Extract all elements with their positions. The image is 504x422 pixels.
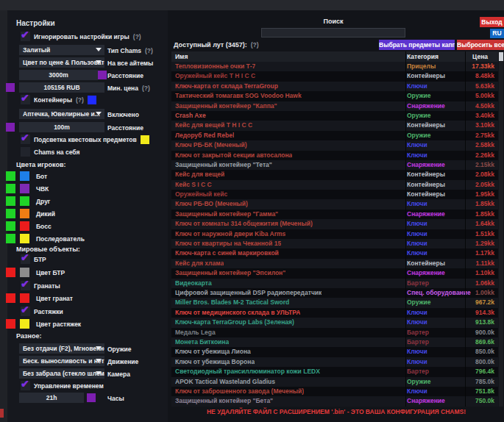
ignore-game-settings-checkbox[interactable] — [21, 32, 30, 41]
table-row[interactable]: Ключ от убежища Ворона Ключи 800.0k — [171, 357, 498, 367]
column-header-name[interactable]: Имя — [175, 51, 188, 62]
color-swatch[interactable] — [20, 196, 29, 206]
help-icon[interactable]: (?) — [142, 85, 150, 92]
item-name: Кейс для хлама — [175, 259, 224, 268]
help-icon[interactable]: (?) — [133, 33, 141, 40]
table-row[interactable]: Ключ РБ-ВО (Меченый) Ключи 1.85kk — [171, 199, 498, 209]
color-swatch[interactable] — [20, 268, 29, 277]
table-row[interactable]: Монета Биткоина Бартер 869.6k — [171, 337, 498, 347]
color-swatch[interactable] — [6, 196, 15, 206]
table-row[interactable]: Ледоруб Red Rebel Оружие 2.75kk — [171, 131, 498, 140]
color-swatch[interactable] — [6, 319, 15, 329]
table-row[interactable]: Miller Bros. Blades M-2 Tactical Sword О… — [171, 298, 498, 307]
scrollbar-thumb[interactable] — [499, 52, 503, 61]
color-swatch[interactable] — [6, 171, 15, 181]
all-items-value: Цвет по цене & Пользователь — [23, 59, 104, 66]
table-row[interactable]: Ключ-карта от склада TerraGroup Ключи 5.… — [171, 82, 498, 91]
table-row[interactable]: Ключ от закрытой секции автосалона Ключи… — [171, 151, 498, 160]
exit-button[interactable]: Выход — [480, 17, 504, 27]
color-swatch[interactable] — [6, 221, 15, 231]
hours-color-swatch[interactable] — [87, 393, 96, 402]
color-swatch[interactable] — [6, 293, 15, 303]
chams-self-label: Chams на себя — [34, 149, 79, 156]
min-price-input[interactable]: 105156 RUB — [19, 82, 104, 93]
item-name: APOK Tactical Wasteland Gladius — [175, 377, 275, 387]
help-icon[interactable]: (?) — [76, 96, 84, 104]
quest-highlight-color-swatch[interactable] — [141, 135, 149, 144]
table-row[interactable]: Кейс S I C C Контейнеры 2.05kk — [171, 180, 498, 190]
table-row[interactable]: APOK Tactical Wasteland Gladius Оружие 7… — [171, 377, 498, 387]
containers-color-swatch[interactable] — [88, 96, 96, 104]
distance-color-swatch[interactable] — [98, 71, 107, 79]
table-row[interactable]: Ключ от медицинского склада в УЛЬТРА Клю… — [171, 308, 498, 318]
table-row[interactable]: Защищенный контейнер "Гамма" Снаряжение … — [171, 210, 498, 219]
loot-distance-input[interactable]: 100m — [19, 122, 104, 132]
table-row[interactable]: Тактический томагавк SOG Voodoo Hawk Ору… — [171, 91, 498, 101]
help-icon[interactable]: (?) — [251, 41, 259, 49]
chams-type-select[interactable]: Залитый — [19, 45, 104, 55]
select-kappa-items-button[interactable]: Выбрать предметы каппа — [379, 40, 455, 50]
quest-highlight-checkbox[interactable] — [21, 135, 30, 144]
discard-all-button[interactable]: Выбросить все — [457, 40, 504, 50]
chams-self-checkbox[interactable] — [21, 147, 30, 157]
color-swatch[interactable] — [20, 184, 29, 193]
color-swatch[interactable] — [20, 234, 29, 243]
min-price-color-swatch[interactable] — [6, 83, 15, 92]
table-row[interactable]: Ключ РБ-БК (Меченый) Ключи 2.58kk — [171, 140, 498, 150]
column-header-price[interactable]: Цена — [472, 51, 488, 62]
loot-filter-select[interactable]: Аптечка, Ювелирные и... — [19, 109, 104, 119]
color-swatch[interactable] — [6, 209, 15, 218]
table-row[interactable]: Ключ от наружной двери Kiba Arms Ключи 1… — [171, 229, 498, 239]
table-row[interactable]: Кейс для вещей T H I C C Контейнеры 3.10… — [171, 121, 498, 130]
table-row[interactable]: Ключ от заброшенного завода (Меченый) Кл… — [171, 387, 498, 396]
color-swatch[interactable] — [6, 184, 15, 193]
table-row[interactable]: Защищенный контейнер "Эпсилон" Снаряжени… — [171, 268, 498, 278]
table-row[interactable]: Оружейный кейс T H I C C Контейнеры 8.48… — [171, 71, 498, 81]
table-row[interactable]: Защищенный контейнер "Каппа" Снаряжение … — [171, 101, 498, 111]
containers-checkbox[interactable] — [21, 95, 30, 104]
table-row[interactable]: Кейс для хлама Контейнеры 1.11kk — [171, 259, 498, 268]
table-row[interactable]: Ключ от комнаты 314 общежития (Меченый) … — [171, 219, 498, 229]
table-row[interactable]: Оружейный кейс Контейнеры 1.95kk — [171, 190, 498, 199]
grenades-checkbox[interactable] — [21, 281, 30, 290]
camera-select[interactable]: Без забрала (стекло шлема) — [19, 368, 104, 379]
loot-distance-color-swatch[interactable] — [6, 123, 15, 132]
item-name: Ключ от медицинского склада в УЛЬТРА — [175, 308, 300, 318]
search-input[interactable] — [261, 28, 405, 37]
color-swatch[interactable] — [20, 221, 29, 231]
table-row[interactable]: Цифровой защищенный DSP радиопередатчик … — [171, 288, 498, 298]
table-row[interactable]: Светодиодный трансиллюминатор кожи LEDX … — [171, 367, 498, 376]
table-row[interactable]: Кейс для вещей Контейнеры 2.08kk — [171, 170, 498, 179]
column-header-category[interactable]: Категория — [407, 51, 439, 62]
table-row[interactable]: Медаль Lega Бартер 900.0k — [171, 328, 498, 337]
all-items-select[interactable]: Цвет по цене & Пользователь — [19, 57, 104, 68]
color-swatch[interactable] — [20, 319, 29, 329]
hours-input[interactable]: 21h — [19, 393, 84, 403]
table-row[interactable]: Видеокарта Бартер 1.06kk — [171, 279, 498, 288]
table-row[interactable]: Ключ-карта с синей маркировкой Ключи 1.1… — [171, 248, 498, 258]
table-row[interactable]: Тепловизионные очки Т-7 Прицелы 17.33kk — [171, 62, 498, 71]
time-control-checkbox[interactable] — [21, 381, 30, 390]
player-color-row: ЧВК — [6, 182, 85, 195]
color-swatch[interactable] — [20, 171, 29, 181]
table-row[interactable]: Ключ от убежища Лиона Ключи 850.0k — [171, 347, 498, 357]
item-price: 8.48kk — [475, 71, 494, 81]
color-swatch[interactable] — [6, 268, 15, 277]
weapon-select[interactable]: Без отдачи (F2), Мгновенное п — [19, 343, 104, 354]
tripwires-checkbox[interactable] — [21, 307, 30, 316]
color-swatch[interactable] — [6, 234, 15, 243]
item-price: 1.64kk — [475, 219, 494, 229]
table-row[interactable]: Ключ-карта TerraGroup Labs (Зеленая) Клю… — [171, 318, 498, 327]
table-row[interactable]: Защищенный контейнер "Тета" Снаряжение 2… — [171, 160, 498, 170]
movement-select[interactable]: Беск. выносливость и нет уста — [19, 356, 104, 366]
btr-checkbox[interactable] — [21, 254, 30, 264]
distance-input[interactable]: 3000m — [19, 70, 98, 80]
help-icon[interactable]: (?) — [145, 47, 153, 54]
table-row[interactable]: Crash Axe Оружие 3.40kk — [171, 111, 498, 121]
color-swatch[interactable] — [20, 209, 29, 218]
table-row[interactable]: Ключ от квартиры на Чеканной 15 Ключи 1.… — [171, 239, 498, 248]
color-swatch[interactable] — [20, 293, 29, 303]
scrollbar-track[interactable] — [499, 51, 503, 407]
table-row[interactable]: Защищенный контейнер "Бета" Снаряжение 7… — [171, 396, 498, 406]
language-button[interactable]: RU — [490, 29, 504, 38]
